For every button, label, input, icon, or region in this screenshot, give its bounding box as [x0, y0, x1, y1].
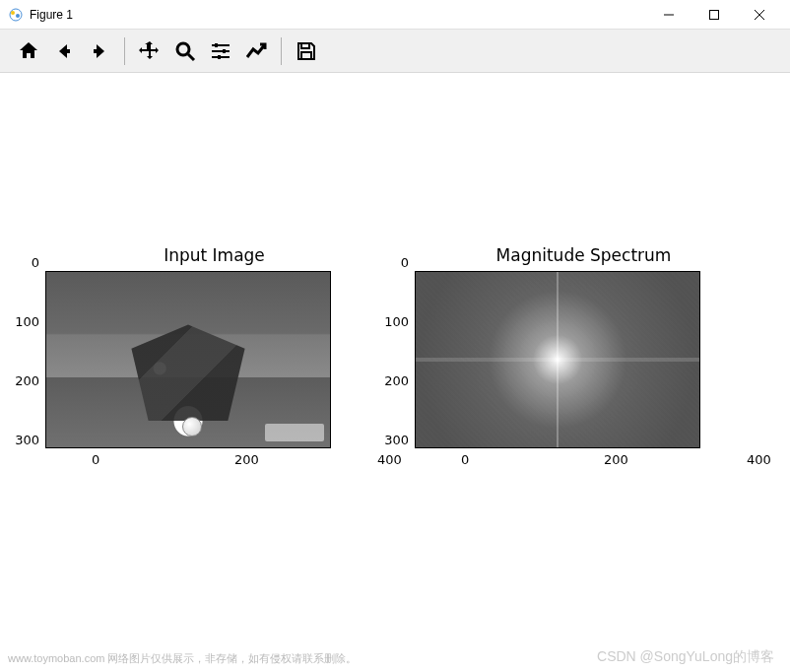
svg-point-9 [177, 43, 189, 55]
svg-rect-14 [223, 49, 226, 53]
subplot-title: Input Image [39, 245, 389, 265]
image-axes[interactable] [415, 271, 700, 448]
sliders-icon [209, 39, 232, 63]
xtick-label: 400 [747, 452, 771, 467]
window-titlebar: Figure 1 [0, 0, 790, 30]
home-button[interactable] [12, 34, 45, 68]
matplotlib-toolbar [0, 30, 790, 73]
app-icon [8, 7, 24, 23]
subplot-magnitude-spectrum: Magnitude Spectrum 0 100 200 300 0 200 4… [409, 245, 758, 452]
toolbar-separator [281, 37, 282, 65]
spectrum-image-content [416, 272, 699, 447]
figure-canvas[interactable]: Input Image 0 100 200 300 0 200 400 [0, 73, 790, 646]
image-axes[interactable] [45, 271, 331, 448]
watermark-right: CSDN @SongYuLong的博客 [597, 648, 774, 666]
line-chart-icon [244, 39, 268, 63]
xtick-label: 0 [92, 452, 99, 467]
configure-subplots-button[interactable] [204, 34, 237, 68]
move-icon [138, 39, 162, 63]
save-icon [295, 39, 318, 63]
svg-rect-16 [218, 55, 221, 59]
minimize-button[interactable] [646, 0, 691, 30]
xtick-label: 200 [234, 452, 259, 467]
home-icon [17, 39, 40, 63]
xtick-label: 400 [377, 452, 402, 467]
xtick-label: 0 [461, 452, 469, 467]
subplot-input-image: Input Image 0 100 200 300 0 200 400 [39, 245, 389, 452]
svg-rect-12 [215, 43, 218, 47]
subplot-row: Input Image 0 100 200 300 0 200 400 [39, 245, 770, 452]
zoom-button[interactable] [168, 34, 202, 68]
svg-rect-4 [710, 10, 719, 19]
svg-point-2 [16, 14, 20, 18]
input-image-content [46, 272, 330, 447]
close-button[interactable] [737, 0, 782, 30]
svg-line-10 [188, 54, 194, 60]
forward-button[interactable] [83, 34, 116, 68]
svg-rect-7 [65, 49, 70, 53]
window-controls [646, 0, 782, 30]
zoom-icon [173, 39, 197, 63]
edit-axes-button[interactable] [239, 34, 273, 68]
save-button[interactable] [290, 34, 323, 68]
subplot-title: Magnitude Spectrum [409, 245, 758, 265]
xtick-label: 200 [604, 452, 628, 467]
window-title: Figure 1 [30, 8, 646, 22]
x-axis-ticks: 0 200 400 [103, 448, 389, 452]
svg-rect-18 [301, 52, 311, 59]
svg-rect-17 [301, 43, 309, 48]
toolbar-separator [124, 37, 125, 65]
svg-rect-8 [94, 49, 99, 53]
back-arrow-icon [52, 39, 76, 63]
forward-arrow-icon [88, 39, 111, 63]
svg-point-0 [10, 9, 22, 21]
maximize-button[interactable] [691, 0, 737, 30]
svg-point-1 [11, 11, 15, 15]
pan-button[interactable] [133, 34, 166, 68]
back-button[interactable] [47, 34, 81, 68]
x-axis-ticks: 0 200 400 [473, 448, 758, 452]
watermark-left: www.toymoban.com 网络图片仅供展示，非存储，如有侵权请联系删除。 [8, 651, 357, 666]
soccer-ball-icon [182, 417, 202, 437]
